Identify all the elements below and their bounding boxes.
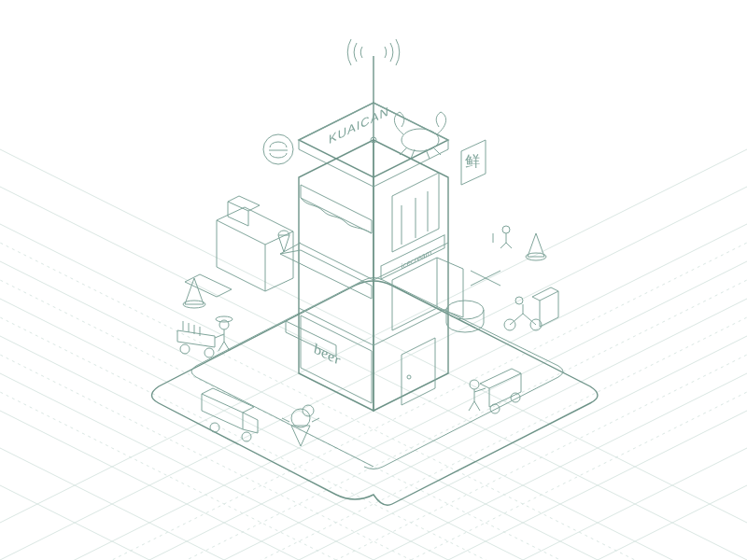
top-awning <box>301 185 372 233</box>
svg-point-37 <box>446 301 484 319</box>
svg-point-61 <box>303 405 314 416</box>
rooftop: KUAICAN 鲜 <box>263 39 486 187</box>
svg-point-70 <box>502 226 510 233</box>
vendor-cart-icon <box>469 369 521 413</box>
ground-plate <box>152 278 599 506</box>
svg-point-45 <box>263 134 293 164</box>
cross-marks-icon <box>471 271 500 286</box>
scooter-icon <box>504 287 558 330</box>
building: icecream beer <box>280 103 484 411</box>
svg-line-41 <box>400 147 407 155</box>
svg-point-51 <box>204 348 214 357</box>
isometric-illustration: icecream beer <box>0 0 747 560</box>
svg-point-50 <box>180 344 190 354</box>
delivery-truck-icon <box>202 388 258 441</box>
svg-point-58 <box>210 423 219 432</box>
svg-line-43 <box>433 147 441 155</box>
svg-line-20 <box>0 392 747 560</box>
svg-point-57 <box>216 316 233 322</box>
scene-svg: icecream beer <box>0 0 747 560</box>
beer-sign: beer <box>314 340 341 370</box>
traffic-cone-icon <box>526 233 546 260</box>
fresh-sign: 鲜 <box>461 140 486 185</box>
picnic-person-icon <box>493 226 512 248</box>
svg-text:鲜: 鲜 <box>465 153 480 169</box>
burger-logo-icon <box>263 134 293 164</box>
svg-line-10 <box>0 392 747 560</box>
svg-point-36 <box>407 375 411 379</box>
